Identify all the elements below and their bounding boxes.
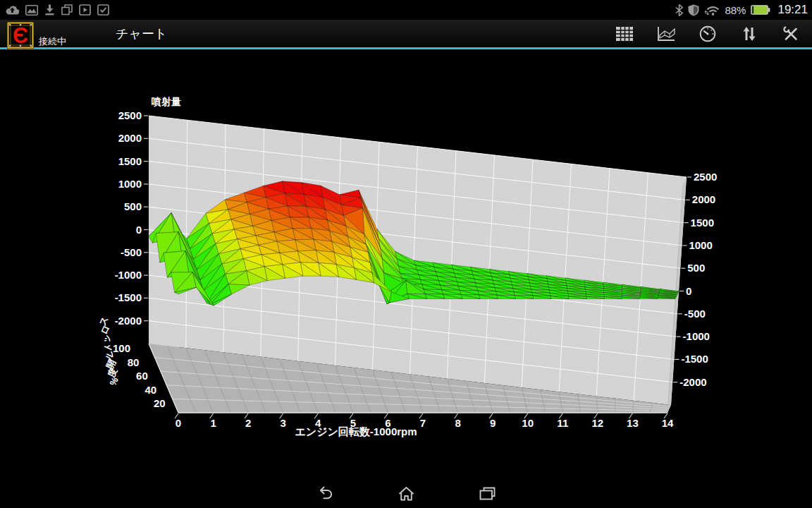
app-bar: Є 接続中 チャート [0, 20, 812, 49]
svg-text:-1000: -1000 [115, 269, 142, 281]
svg-text:100: 100 [113, 342, 130, 354]
recents-button[interactable] [479, 485, 496, 501]
svg-text:1: 1 [210, 417, 216, 429]
home-button[interactable] [398, 485, 414, 501]
svg-text:-500: -500 [121, 246, 142, 258]
svg-text:%: % [107, 375, 121, 387]
svg-text:2000: 2000 [118, 132, 142, 144]
svg-text:80: 80 [128, 356, 140, 368]
svg-text:2500: 2500 [694, 171, 717, 183]
sync-data-button[interactable] [740, 25, 758, 42]
svg-text:12: 12 [592, 417, 604, 429]
action-bar-buttons [615, 20, 810, 48]
clock: 19:21 [775, 3, 809, 17]
back-button[interactable] [316, 485, 333, 501]
bluetooth-icon [675, 4, 683, 16]
svg-text:3: 3 [281, 417, 286, 429]
gallery-icon[interactable] [25, 5, 38, 16]
chart-3d-view-button[interactable] [657, 25, 675, 42]
svg-text:-1000: -1000 [683, 330, 710, 342]
clipboard-check-icon[interactable] [97, 4, 109, 16]
svg-text:-500: -500 [684, 308, 706, 320]
svg-text:11: 11 [557, 417, 568, 429]
svg-text:60: 60 [136, 370, 148, 382]
svg-text:-2000: -2000 [679, 376, 706, 388]
logo-glyph: Є [13, 23, 28, 48]
svg-text:10: 10 [522, 417, 534, 429]
notification-icons [0, 4, 109, 16]
svg-text:-1500: -1500 [681, 353, 708, 365]
gauge-view-button[interactable] [699, 25, 717, 42]
svg-text:13: 13 [627, 417, 639, 429]
navigation-bar [0, 478, 812, 508]
surface-chart[interactable]: 25002000150010005000-500-1000-1500-20002… [0, 49, 812, 478]
svg-text:0: 0 [136, 224, 142, 236]
svg-text:7: 7 [420, 417, 426, 429]
svg-text:-1500: -1500 [115, 291, 142, 303]
svg-text:噴射量: 噴射量 [152, 96, 181, 107]
copy-icon[interactable] [61, 4, 73, 16]
cloud-upload-icon[interactable] [6, 5, 19, 16]
svg-text:0: 0 [686, 285, 691, 297]
svg-text:エンジン回転数-1000rpm: エンジン回転数-1000rpm [295, 425, 417, 437]
svg-text:1500: 1500 [691, 217, 714, 229]
svg-text:1000: 1000 [118, 178, 142, 190]
svg-text:2: 2 [245, 417, 251, 429]
app-logo[interactable]: Є [7, 22, 34, 49]
battery-icon [751, 4, 770, 16]
page-title: チャート [116, 25, 167, 42]
connection-status: 接続中 [39, 35, 66, 48]
battery-percentage: 88% [725, 4, 746, 16]
svg-text:9: 9 [490, 417, 496, 429]
table-view-button[interactable] [615, 25, 634, 42]
svg-text:1500: 1500 [118, 155, 142, 167]
svg-text:-2000: -2000 [115, 315, 142, 327]
svg-text:2500: 2500 [118, 109, 142, 121]
wifi-icon [704, 4, 720, 16]
system-status-icons: 88% 19:21 [675, 3, 812, 17]
svg-text:500: 500 [687, 262, 705, 274]
download-icon[interactable] [44, 4, 55, 16]
status-bar: 88% 19:21 [0, 0, 812, 20]
android-screen: 88% 19:21 Є 接続中 チャート [0, 0, 812, 508]
clipboard-play-icon[interactable] [79, 4, 91, 16]
svg-text:14: 14 [662, 417, 674, 429]
tools-settings-button[interactable] [782, 25, 800, 42]
svg-text:8: 8 [455, 417, 460, 429]
shield-icon [688, 4, 699, 16]
svg-text:2000: 2000 [692, 193, 715, 205]
svg-text:500: 500 [124, 200, 142, 212]
svg-text:1000: 1000 [689, 239, 712, 251]
svg-text:0: 0 [176, 417, 181, 429]
svg-text:40: 40 [145, 384, 157, 396]
svg-text:20: 20 [154, 397, 166, 409]
